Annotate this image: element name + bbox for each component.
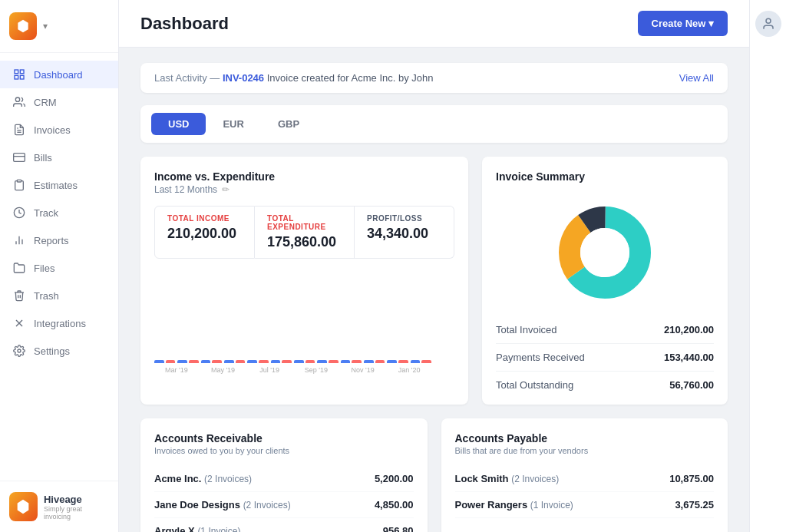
bar-red xyxy=(329,360,339,363)
x-label: Jul '19 xyxy=(247,366,292,374)
sidebar-item-label: Integrations xyxy=(34,318,86,329)
edit-icon[interactable]: ✏ xyxy=(222,184,230,195)
footer-name: Hiveage xyxy=(44,494,109,505)
sidebar-item-reports[interactable]: Reports xyxy=(0,226,118,254)
bar-red xyxy=(236,360,246,363)
plug-icon xyxy=(12,316,26,330)
logo-dropdown[interactable]: ▾ xyxy=(43,21,48,31)
invoice-count: (1 Invoice) xyxy=(530,500,573,511)
invoice-count: (2 Invoices) xyxy=(243,500,291,511)
sidebar-logo[interactable]: ▾ xyxy=(0,0,118,53)
activity-view-all[interactable]: View All xyxy=(679,72,714,84)
donut-stat-value: 210,200.00 xyxy=(664,324,714,335)
stat-income-label: TOTAL INCOME xyxy=(167,214,242,223)
vendor-name[interactable]: Power Rangers xyxy=(455,499,528,511)
trash-icon xyxy=(12,289,26,302)
bar-red xyxy=(259,360,269,363)
stat-expenditure-label: TOTAL EXPENDITURE xyxy=(267,214,342,231)
stat-profit-value: 34,340.00 xyxy=(367,226,441,242)
users-icon xyxy=(12,95,26,109)
svg-rect-1 xyxy=(20,70,24,74)
invoice-count: (2 Invoices) xyxy=(511,474,559,484)
bar-red xyxy=(421,360,431,363)
sidebar-item-bills[interactable]: Bills xyxy=(0,144,118,171)
stat-income-value: 210,200.00 xyxy=(167,226,242,242)
activity-description: Invoice created for Acme Inc. by John xyxy=(267,72,434,84)
ar-subtitle: Invoices owed to you by your clients xyxy=(154,446,414,455)
chart-card: Income vs. Expenditure Last 12 Months ✏ … xyxy=(140,157,468,405)
svg-point-4 xyxy=(15,97,19,101)
bar-group xyxy=(317,360,338,363)
bar-group xyxy=(177,360,198,363)
client-name[interactable]: Argyle X xyxy=(154,525,195,532)
right-panel xyxy=(749,0,786,532)
currency-tab-eur[interactable]: EUR xyxy=(206,113,260,135)
svg-point-14 xyxy=(18,349,21,352)
donut-stat-value: 153,440.00 xyxy=(664,352,714,363)
create-new-button[interactable]: Create New ▾ xyxy=(638,11,728,36)
svg-rect-7 xyxy=(14,154,25,162)
footer-text: Hiveage Simply great invoicing xyxy=(44,494,109,520)
x-label: Sep '19 xyxy=(294,366,339,374)
sidebar-item-estimates[interactable]: Estimates xyxy=(0,171,118,199)
bar-chart xyxy=(154,271,454,363)
table-row: Power Rangers (1 Invoice) 3,675.25 xyxy=(455,492,715,518)
sidebar-item-label: CRM xyxy=(34,97,57,108)
bar-blue xyxy=(154,360,164,363)
bar-blue xyxy=(247,360,257,363)
ap-table: Lock Smith (2 Invoices) 10,875.00 Power … xyxy=(455,466,715,518)
ar-table: Acme Inc. (2 Invoices) 5,200.00 Jane Doe… xyxy=(154,466,414,532)
bar-blue xyxy=(341,360,351,363)
sidebar-item-files[interactable]: Files xyxy=(0,254,118,282)
sidebar-item-invoices[interactable]: Invoices xyxy=(0,116,118,144)
bar-blue xyxy=(387,360,397,363)
clock-icon xyxy=(12,206,26,220)
svg-rect-0 xyxy=(15,70,18,74)
sidebar-item-track[interactable]: Track xyxy=(0,199,118,226)
client-cell: Argyle X (1 Invoice) xyxy=(154,518,356,533)
stats-row: TOTAL INCOME 210,200.00 TOTAL EXPENDITUR… xyxy=(154,206,454,259)
accounts-receivable-card: Accounts Receivable Invoices owed to you… xyxy=(140,418,428,532)
sidebar-item-label: Estimates xyxy=(34,180,78,191)
bar-blue xyxy=(224,360,234,363)
sidebar-item-label: Files xyxy=(34,263,54,274)
sidebar-item-trash[interactable]: Trash xyxy=(0,282,118,309)
activity-link[interactable]: INV-0246 xyxy=(223,72,264,84)
sidebar-item-label: Dashboard xyxy=(34,69,83,81)
sidebar-item-dashboard[interactable]: Dashboard xyxy=(0,61,118,88)
credit-card-icon xyxy=(12,150,26,164)
invoice-summary-title: Invoice Summary xyxy=(496,170,714,183)
amount-cell: 3,675.25 xyxy=(643,492,714,518)
sidebar-item-label: Settings xyxy=(34,345,70,357)
client-name[interactable]: Jane Doe Designs xyxy=(154,499,240,511)
bar-blue xyxy=(411,360,421,363)
folder-icon xyxy=(12,261,26,275)
bar-group xyxy=(224,360,245,363)
clipboard-icon xyxy=(12,178,26,192)
donut-stats: Total Invoiced 210,200.00 Payments Recei… xyxy=(496,324,714,391)
invoice-count: (1 Invoice) xyxy=(197,526,240,532)
currency-tabs: USD EUR GBP xyxy=(140,105,728,143)
table-row: Acme Inc. (2 Invoices) 5,200.00 xyxy=(154,466,414,492)
activity-label: Last Activity — xyxy=(154,72,220,84)
bar-red xyxy=(166,360,176,363)
amount-cell: 4,850.00 xyxy=(356,492,414,518)
chart-title: Income vs. Expenditure xyxy=(154,170,454,183)
stat-profit-label: PROFIT/LOSS xyxy=(367,214,441,223)
amount-cell: 10,875.00 xyxy=(643,466,714,492)
sidebar-item-label: Track xyxy=(34,207,58,219)
user-avatar[interactable] xyxy=(755,11,781,37)
bar-group xyxy=(364,360,385,363)
chart-subtitle: Last 12 Months ✏ xyxy=(154,184,454,195)
activity-bar: Last Activity — INV-0246 Invoice created… xyxy=(140,63,728,93)
currency-tab-gbp[interactable]: GBP xyxy=(261,113,316,135)
currency-tab-usd[interactable]: USD xyxy=(151,113,206,135)
sidebar-item-settings[interactable]: Settings xyxy=(0,337,118,365)
sidebar-item-crm[interactable]: CRM xyxy=(0,88,118,116)
vendor-name[interactable]: Lock Smith xyxy=(455,473,509,484)
client-name[interactable]: Acme Inc. xyxy=(154,473,201,484)
sidebar-item-integrations[interactable]: Integrations xyxy=(0,309,118,337)
bar-group xyxy=(341,360,362,363)
bottom-grid: Accounts Receivable Invoices owed to you… xyxy=(140,418,728,532)
logo-icon xyxy=(9,12,37,40)
